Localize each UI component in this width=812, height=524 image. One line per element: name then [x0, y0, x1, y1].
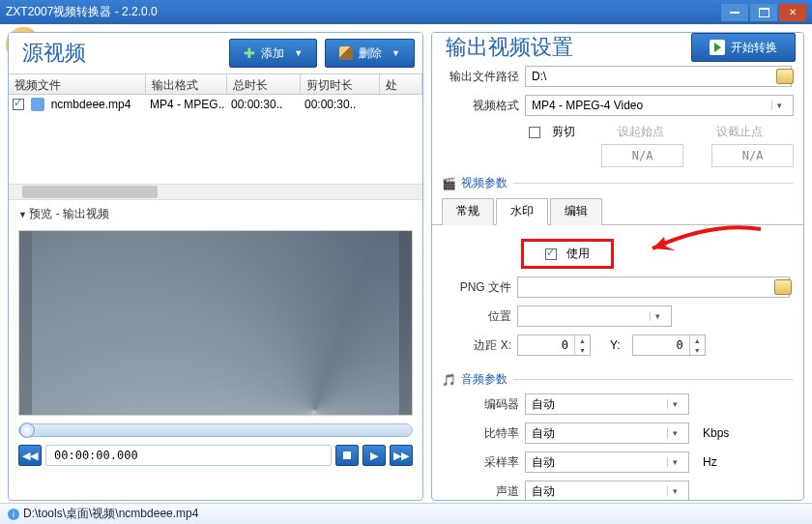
h-scrollbar[interactable]	[9, 184, 422, 199]
output-title: 输出视频设置	[440, 33, 573, 62]
tab-normal[interactable]: 常规	[442, 198, 494, 225]
row-format: MP4 - MPEG..	[146, 98, 227, 111]
start-icon	[710, 40, 725, 55]
bitrate-select[interactable]: 自动▾	[525, 422, 689, 444]
table-body: ncmbdeee.mp4 MP4 - MPEG.. 00:00:30.. 00:…	[9, 95, 422, 184]
stop-button[interactable]	[335, 445, 359, 466]
folder-icon[interactable]	[776, 69, 794, 84]
pos-label: 位置	[444, 308, 511, 325]
use-label: 使用	[566, 246, 590, 262]
row-duration: 00:00:30..	[227, 98, 301, 111]
margin-y-spinner[interactable]: 0▲▼	[632, 335, 706, 356]
png-folder-icon[interactable]	[774, 279, 792, 295]
table-header: 视频文件 输出格式 总时长 剪切时长 处	[9, 73, 422, 95]
preview-video	[18, 230, 413, 416]
close-button[interactable]	[779, 4, 806, 21]
status-bar: i D:\tools\桌面\视频\ncmbdeee.mp4	[0, 503, 812, 524]
video-icon: 🎬	[442, 177, 455, 190]
output-panel: 输出视频设置 开始转换 输出文件路径 D:\ 视频格式 MP4 - MPEG-4…	[431, 32, 804, 501]
margin-x-spinner[interactable]: 0▲▼	[517, 335, 591, 356]
clip-label: 剪切	[552, 124, 575, 140]
setstart-label: 设起始点	[618, 124, 664, 140]
col-format[interactable]: 输出格式	[146, 74, 227, 94]
audio-params-section: 🎵 音频参数	[432, 367, 803, 390]
format-select[interactable]: MP4 - MPEG-4 Video▾	[525, 95, 794, 116]
encoder-select[interactable]: 自动▾	[525, 393, 689, 415]
use-checkbox[interactable]	[545, 248, 557, 260]
brush-icon	[339, 46, 353, 60]
video-params-section: 🎬 视频参数	[432, 171, 803, 193]
table-row[interactable]: ncmbdeee.mp4 MP4 - MPEG.. 00:00:30.. 00:…	[9, 95, 422, 114]
forward-button[interactable]: ▶▶	[390, 445, 413, 466]
app-title: ZXT2007视频转换器 - 2.2.0.0	[6, 4, 158, 20]
row-clipdur: 00:00:30..	[301, 98, 380, 111]
png-label: PNG 文件	[444, 279, 511, 296]
png-field[interactable]	[517, 277, 790, 298]
source-title: 源视频	[16, 39, 86, 68]
kbps-label: Kbps	[703, 426, 729, 440]
play-button[interactable]: ▶	[362, 445, 386, 466]
col-etc[interactable]: 处	[380, 74, 422, 94]
seek-slider[interactable]	[18, 423, 413, 437]
col-duration[interactable]: 总时长	[227, 74, 301, 94]
plus-icon	[244, 45, 255, 61]
channel-select[interactable]: 自动▾	[525, 480, 689, 501]
outpath-field[interactable]: D:\	[525, 66, 792, 87]
file-icon	[31, 98, 44, 111]
start-convert-button[interactable]: 开始转换	[691, 33, 796, 62]
highlight-box: 使用	[521, 239, 614, 269]
margin-label: 边距 X:	[444, 337, 511, 354]
row-filename: ncmbdeee.mp4	[51, 98, 131, 111]
outpath-label: 输出文件路径	[442, 69, 519, 85]
source-panel: 源视频 添加▼ 删除▼ 视频文件 输出格式 总时长 剪切时长 处	[8, 32, 423, 501]
rewind-button[interactable]: ◀◀	[18, 445, 42, 466]
sample-select[interactable]: 自动▾	[525, 451, 689, 473]
audio-icon: 🎵	[442, 373, 455, 387]
row-checkbox[interactable]	[13, 99, 24, 110]
titlebar: ZXT2007视频转换器 - 2.2.0.0	[0, 0, 812, 24]
tab-watermark[interactable]: 水印	[496, 198, 548, 225]
col-file[interactable]: 视频文件	[9, 74, 146, 94]
format-label: 视频格式	[442, 98, 519, 114]
preview-header[interactable]: 预览 - 输出视频	[9, 199, 422, 228]
channel-label: 声道	[442, 483, 519, 500]
clip-end-box[interactable]: N/A	[711, 144, 794, 167]
add-button[interactable]: 添加▼	[229, 39, 317, 68]
tab-bar: 常规 水印 编辑	[432, 193, 803, 225]
delete-button[interactable]: 删除▼	[325, 39, 415, 68]
position-select[interactable]: ▾	[517, 306, 672, 327]
setend-label: 设截止点	[716, 124, 763, 140]
bitrate-label: 比特率	[442, 425, 519, 442]
status-path: D:\tools\桌面\视频\ncmbdeee.mp4	[23, 506, 198, 522]
tab-edit[interactable]: 编辑	[550, 198, 602, 225]
clip-checkbox[interactable]	[529, 127, 540, 138]
hz-label: Hz	[703, 455, 717, 469]
sample-label: 采样率	[442, 454, 519, 471]
arrow-annotation	[645, 221, 770, 270]
clip-start-box[interactable]: N/A	[601, 144, 683, 167]
info-icon: i	[8, 509, 19, 520]
col-clipdur[interactable]: 剪切时长	[301, 74, 380, 94]
margin-y-label: Y:	[610, 338, 621, 352]
encoder-label: 编码器	[442, 396, 519, 413]
player-controls: ◀◀ 00:00:00.000 ▶ ▶▶	[9, 441, 422, 474]
maximize-button[interactable]	[750, 4, 777, 21]
minimize-button[interactable]	[721, 4, 748, 21]
seek-thumb[interactable]	[19, 422, 35, 438]
timecode-display: 00:00:00.000	[45, 445, 332, 466]
